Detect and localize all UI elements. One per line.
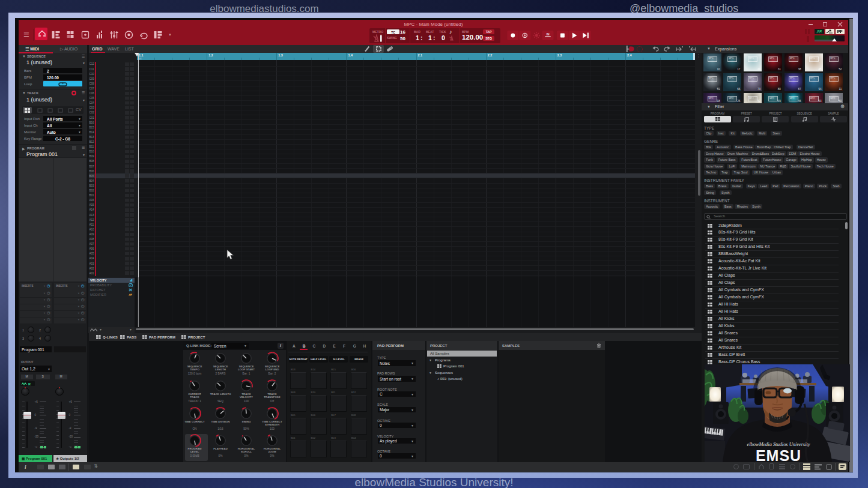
svg-text:R: R — [28, 382, 31, 385]
svg-text:IN: IN — [547, 32, 550, 36]
svg-text:EMSU: EMSU — [756, 447, 801, 462]
svg-text:elbowMedia Studios University: elbowMedia Studios University — [747, 442, 810, 447]
